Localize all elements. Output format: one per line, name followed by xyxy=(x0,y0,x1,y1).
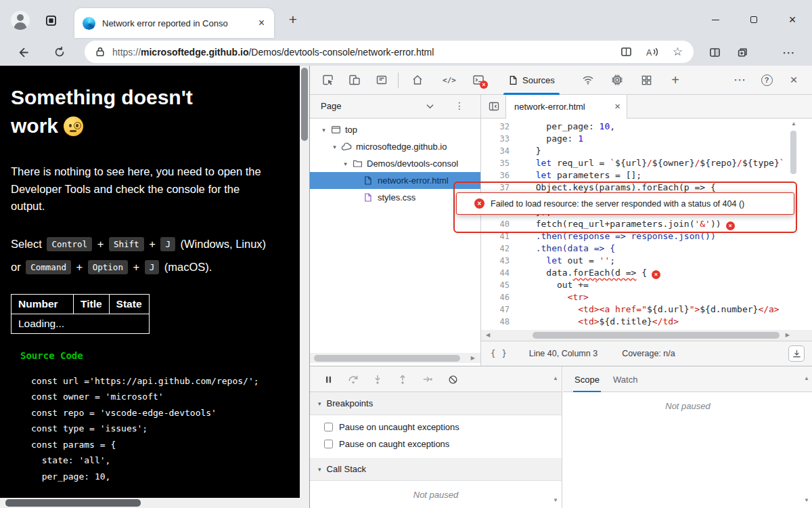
editor-horizontal-scrollbar[interactable]: ◀▶ xyxy=(481,330,812,341)
step-over-icon[interactable] xyxy=(342,368,364,390)
call-stack-title: Call Stack xyxy=(327,464,367,474)
tree-item-styles.css[interactable]: styles.css xyxy=(310,189,480,206)
tab-scope[interactable]: Scope xyxy=(573,366,601,392)
pause-icon[interactable] xyxy=(317,368,339,390)
maximize-button[interactable] xyxy=(742,9,765,30)
editor-tab[interactable]: network-error.html × xyxy=(505,95,627,119)
tab-performance[interactable] xyxy=(606,69,628,91)
new-tab-button[interactable]: + xyxy=(284,11,302,28)
tree-item-network-error.html[interactable]: network-error.html xyxy=(310,172,480,189)
toggle-navigator-icon[interactable] xyxy=(489,101,499,112)
pretty-print-icon[interactable]: { } xyxy=(491,349,508,358)
step-icon[interactable] xyxy=(417,368,438,390)
call-stack-header[interactable]: ▾Call Stack xyxy=(310,458,562,481)
tab-elements[interactable]: </> xyxy=(438,69,460,91)
workspaces-icon[interactable] xyxy=(43,13,58,28)
tab-network[interactable] xyxy=(577,69,599,91)
tab-application[interactable] xyxy=(635,69,657,91)
page-vertical-scrollbar[interactable] xyxy=(300,66,309,498)
page-horizontal-thumb[interactable] xyxy=(5,499,141,507)
tab-console[interactable]: × xyxy=(468,69,489,91)
help-icon[interactable]: ? xyxy=(756,69,777,91)
pause-uncaught-checkbox[interactable] xyxy=(324,423,333,431)
pause-caught-row[interactable]: Pause on caught exceptions xyxy=(310,439,562,449)
editor-vertical-thumb[interactable] xyxy=(790,131,796,174)
expand-arrow-icon[interactable]: ▾ xyxy=(329,144,340,150)
tree-item-top[interactable]: ▾top xyxy=(310,121,480,138)
line-number-34[interactable]: 34 xyxy=(481,145,510,157)
devtools-close-icon[interactable]: × xyxy=(783,69,805,91)
address-bar[interactable]: https://microsoftedge.github.io/Demos/de… xyxy=(85,41,694,63)
pause-caught-checkbox[interactable] xyxy=(324,440,333,448)
focus-page-icon[interactable] xyxy=(371,69,392,91)
breakpoints-header[interactable]: ▾Breakpoints xyxy=(310,392,562,415)
inspect-icon[interactable] xyxy=(317,69,339,91)
more-tabs-button[interactable]: + xyxy=(664,69,686,91)
page-vertical-thumb[interactable] xyxy=(301,68,308,141)
download-icon[interactable] xyxy=(788,345,805,362)
scroll-down-icon[interactable]: ▼ xyxy=(553,498,558,503)
line-number-43[interactable]: 43 xyxy=(481,255,510,267)
tree-item-microsoftedge.github.io[interactable]: ▾microsoftedge.github.io xyxy=(310,138,480,155)
window-close-button[interactable]: × xyxy=(781,9,804,30)
immersive-reader-icon[interactable] xyxy=(621,46,632,58)
line-number-32[interactable]: 32 xyxy=(481,121,510,133)
step-into-icon[interactable] xyxy=(367,368,388,390)
line-number-47[interactable]: 47 xyxy=(481,303,510,316)
collections-icon[interactable] xyxy=(734,44,750,60)
line-number-48[interactable]: 48 xyxy=(481,316,510,328)
split-screen-icon[interactable] xyxy=(706,44,723,60)
tab-close-icon[interactable]: × xyxy=(257,18,266,28)
scroll-down-icon[interactable]: ▼ xyxy=(804,498,809,503)
line-number-44[interactable]: 44 xyxy=(481,267,510,279)
editor-horizontal-thumb[interactable] xyxy=(533,332,780,339)
navigator-scrollbar[interactable]: ▶ xyxy=(310,353,480,363)
line-number-42[interactable]: 42 xyxy=(481,242,510,255)
navigator-scroll-thumb[interactable] xyxy=(314,355,460,362)
tab-watch[interactable]: Watch xyxy=(612,366,639,392)
scroll-up-icon[interactable]: ▲ xyxy=(804,376,809,381)
navigator-page-tab[interactable]: Page xyxy=(321,101,341,111)
expand-arrow-icon[interactable]: ▾ xyxy=(318,127,330,133)
chevron-down-icon[interactable] xyxy=(426,104,434,109)
favorites-star-icon[interactable]: ☆ xyxy=(673,45,683,59)
scroll-up-icon[interactable]: ▲ xyxy=(553,376,558,381)
line-number-40[interactable]: 40 xyxy=(481,218,510,230)
pause-uncaught-row[interactable]: Pause on uncaught exceptions xyxy=(310,422,562,432)
line-number-41[interactable]: 41 xyxy=(481,230,510,242)
tree-item-demos-devtools-consol[interactable]: ▾Demos/devtools-consol xyxy=(310,155,480,172)
settings-menu-icon[interactable]: ⋯ xyxy=(781,44,797,60)
devtools-more-icon[interactable]: ⋯ xyxy=(729,69,750,91)
inline-error-icon[interactable]: × xyxy=(726,221,735,230)
editor-tab-close-icon[interactable]: × xyxy=(614,100,621,112)
line-number-36[interactable]: 36 xyxy=(481,169,510,182)
device-emulation-icon[interactable] xyxy=(344,69,365,91)
line-number-33[interactable]: 33 xyxy=(481,133,510,145)
deactivate-breakpoints-icon[interactable] xyxy=(442,368,464,390)
tab-sources[interactable]: Sources xyxy=(501,66,562,95)
code-line-35: let req_url = `${url}/${owner}/${repo}/$… xyxy=(525,157,812,169)
editor-vertical-scrollbar[interactable]: ▲ xyxy=(789,120,798,327)
line-number-46[interactable]: 46 xyxy=(481,291,510,303)
read-aloud-icon[interactable]: A xyxy=(646,47,659,58)
step-out-icon[interactable] xyxy=(392,368,413,390)
back-icon[interactable] xyxy=(15,44,31,60)
line-number-35[interactable]: 35 xyxy=(481,157,510,169)
inline-error-icon[interactable]: × xyxy=(652,270,660,279)
scroll-left-icon[interactable]: ◀ xyxy=(486,333,490,338)
refresh-icon[interactable] xyxy=(51,44,68,60)
editor-code[interactable]: per_page: 10, page: 1 } let req_url = `$… xyxy=(518,119,812,330)
navigator-menu-icon[interactable]: ⋮ xyxy=(455,100,464,111)
profile-avatar[interactable] xyxy=(11,11,30,30)
minimize-button[interactable] xyxy=(704,9,727,30)
scroll-right-icon[interactable]: ▶ xyxy=(471,356,475,361)
page-horizontal-scrollbar[interactable] xyxy=(0,498,309,508)
line-number-45[interactable]: 45 xyxy=(481,279,510,291)
cursor-position-status: Line 40, Column 3 xyxy=(529,349,597,358)
tab-welcome[interactable] xyxy=(407,69,428,91)
browser-tab[interactable]: Network error reported in Conso × xyxy=(74,8,274,38)
expand-arrow-icon[interactable]: ▾ xyxy=(340,161,351,167)
scroll-right-icon[interactable]: ▶ xyxy=(786,333,790,338)
scroll-up-icon[interactable]: ▲ xyxy=(791,121,796,127)
editor-gutter[interactable]: 3233343536373839404142434445464748 xyxy=(481,119,518,330)
